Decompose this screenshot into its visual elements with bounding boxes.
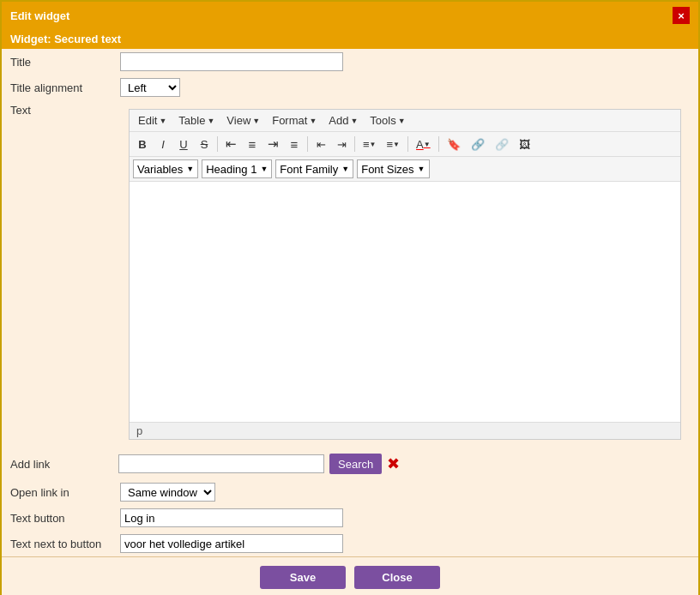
toolbar-underline[interactable]: U [174, 135, 193, 153]
fontfamily-dropdown[interactable]: Font Family ▼ [275, 159, 353, 178]
heading-dropdown[interactable]: Heading 1 ▼ [202, 159, 272, 178]
addlink-label: Add link [10, 458, 113, 471]
search-button[interactable]: Search [329, 454, 382, 474]
text-label: Text [10, 104, 113, 117]
close-button[interactable]: Close [354, 566, 440, 589]
editor-content[interactable] [130, 182, 680, 422]
toolbar-separator-5 [438, 136, 439, 152]
menu-edit[interactable]: Edit▼ [133, 112, 172, 129]
toolbar-align-left[interactable]: ⇤ [221, 135, 241, 153]
editor-toolbar-1: B I U S ⇤ ≡ ⇥ ≡ ⇤ ⇥ ≡▼ ≡▼ A▼ [130, 132, 680, 157]
dialog-titlebar: Edit widget × [2, 2, 698, 29]
toolbar-align-right[interactable]: ⇥ [263, 135, 283, 153]
openlink-row: Open link in Same window New window [2, 479, 698, 505]
editor-menubar: Edit▼ Table▼ View▼ Format▼ Add▼ [130, 110, 680, 132]
toolbar-bold[interactable]: B [133, 135, 152, 153]
textnextbutton-label: Text next to button [10, 538, 113, 550]
textbutton-input[interactable] [120, 508, 343, 527]
toolbar-align-justify[interactable]: ≡ [285, 135, 304, 153]
toolbar-image[interactable]: 🖼 [515, 135, 534, 153]
editor-statusbar: p [130, 422, 680, 439]
toolbar-separator-1 [217, 136, 218, 152]
toolbar-italic[interactable]: I [154, 135, 172, 153]
widget-section-header: Widget: Secured text [2, 29, 698, 49]
title-label: Title [10, 56, 113, 69]
menu-table[interactable]: Table▼ [173, 112, 220, 129]
toolbar-indent-right[interactable]: ⇥ [332, 135, 351, 153]
toolbar-list-ol[interactable]: ≡▼ [383, 135, 405, 153]
textnextbutton-input[interactable] [120, 534, 343, 553]
textbutton-row: Text button [2, 505, 698, 531]
toolbar-separator-4 [407, 136, 408, 152]
alignment-select[interactable]: Left Center Right [120, 78, 180, 97]
toolbar-strikethrough[interactable]: S [195, 135, 214, 153]
menu-view[interactable]: View▼ [221, 112, 265, 129]
delete-link-icon[interactable]: ✖ [387, 454, 400, 473]
fontsizes-dropdown[interactable]: Font Sizes ▼ [357, 159, 429, 178]
save-button[interactable]: Save [260, 566, 346, 589]
addlink-input[interactable] [118, 454, 324, 473]
dialog-footer: Save Close [2, 556, 698, 595]
openlink-label: Open link in [10, 486, 113, 499]
alignment-row: Title alignment Left Center Right [2, 75, 698, 100]
text-row: Text Edit▼ Table▼ View▼ Format▼ [2, 100, 698, 448]
toolbar-list-ul[interactable]: ≡▼ [359, 135, 381, 153]
alignment-label: Title alignment [10, 81, 113, 94]
variables-dropdown[interactable]: Variables ▼ [133, 159, 198, 178]
toolbar-font-color[interactable]: A▼ [412, 135, 435, 153]
toolbar-separator-2 [307, 136, 308, 152]
edit-widget-dialog: Edit widget × Widget: Secured text Title… [0, 0, 700, 595]
openlink-select[interactable]: Same window New window [120, 483, 215, 502]
dialog-title: Edit widget [10, 9, 69, 22]
toolbar-unlink[interactable]: 🔗 [491, 135, 513, 153]
textnextbutton-row: Text next to button [2, 531, 698, 556]
toolbar-separator-3 [354, 136, 355, 152]
editor-container: Edit▼ Table▼ View▼ Format▼ Add▼ [129, 109, 681, 440]
addlink-row: Add link Search ✖ [2, 448, 698, 479]
title-input[interactable] [120, 52, 343, 71]
editor-toolbar-2: Variables ▼ Heading 1 ▼ Font Family ▼ Fo… [130, 157, 680, 182]
toolbar-indent-left[interactable]: ⇤ [311, 135, 330, 153]
menu-tools[interactable]: Tools▼ [365, 112, 410, 129]
dialog-close-button[interactable]: × [673, 7, 690, 24]
toolbar-link[interactable]: 🔗 [467, 135, 489, 153]
dialog-body: Widget: Secured text Title Title alignme… [2, 29, 698, 556]
textbutton-label: Text button [10, 512, 113, 525]
toolbar-align-center[interactable]: ≡ [243, 135, 262, 153]
toolbar-bookmark[interactable]: 🔖 [443, 135, 465, 153]
title-row: Title [2, 49, 698, 75]
menu-add[interactable]: Add▼ [323, 112, 363, 129]
menu-format[interactable]: Format▼ [267, 112, 322, 129]
